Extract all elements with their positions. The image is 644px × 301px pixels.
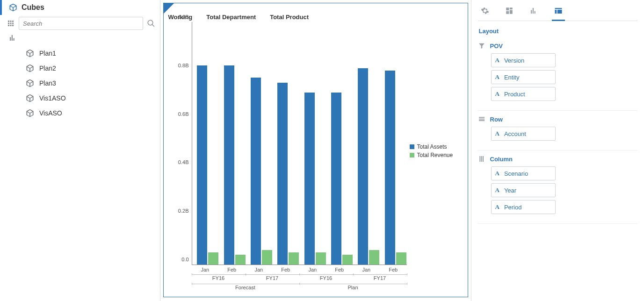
dimension-label: Entity <box>504 74 520 81</box>
bar-revenue <box>262 250 272 265</box>
bar-assets <box>251 78 261 265</box>
cube-item-label: VisASO <box>39 109 62 117</box>
cube-item-label: Plan1 <box>39 50 56 57</box>
dimension-item[interactable]: AScenario <box>491 166 556 180</box>
layout-group-head: Row <box>478 113 638 127</box>
sidebar-search-row <box>0 15 160 34</box>
left-sidebar: Cubes Plan1Plan2Plan3Vis1ASOVisASO <box>0 0 160 301</box>
x-year-tick <box>246 273 246 275</box>
dimension-item[interactable]: AVersion <box>491 53 556 67</box>
dimension-type-icon: A <box>495 90 499 98</box>
cube-item[interactable]: VisASO <box>25 106 160 121</box>
tab-dashboard[interactable] <box>503 4 515 21</box>
dimension-item[interactable]: AYear <box>491 183 556 197</box>
cube-item[interactable]: Vis1ASO <box>25 91 160 106</box>
bar-assets <box>385 71 395 265</box>
tab-settings[interactable] <box>479 4 491 21</box>
x-year-label: FY16 <box>212 275 224 281</box>
plot-area: 0.00.2B0.4B0.6B0.8B1.0B JanFebJanFebJanF… <box>168 22 463 292</box>
x-scenario-bracket <box>192 284 299 284</box>
bar-revenue <box>289 252 299 265</box>
dimension-label: Year <box>504 187 516 194</box>
cube-item-label: Plan3 <box>39 79 56 87</box>
cube-item[interactable]: Plan2 <box>25 61 160 76</box>
x-year-tick <box>192 273 192 275</box>
tab-chart[interactable] <box>528 4 540 21</box>
dimension-item[interactable]: AProduct <box>491 87 556 101</box>
tab-layout[interactable] <box>552 4 565 21</box>
x-year-tick <box>407 273 407 275</box>
cube-item-label: Vis1ASO <box>39 94 66 102</box>
dimension-type-icon: A <box>495 170 499 177</box>
center-panel: Working Total Department Total Product 0… <box>160 0 471 301</box>
layout-group-label: Row <box>490 116 503 123</box>
layout-group-label: Column <box>490 156 513 163</box>
x-year-bracket <box>353 274 407 275</box>
y-tick-label: 1.0B <box>178 14 189 20</box>
cube-item[interactable]: Plan1 <box>25 46 160 61</box>
dimension-label: Product <box>504 91 525 98</box>
layout-group-row: RowAAccount <box>478 113 638 150</box>
y-tick-label: 0.2B <box>178 208 189 214</box>
x-year-label: FY17 <box>266 275 278 281</box>
layout-title: Layout <box>478 21 638 39</box>
legend-label: Total Assets <box>417 143 447 150</box>
search-icon[interactable] <box>147 19 155 28</box>
x-scenario-tick <box>407 283 407 285</box>
cube-small-icon <box>25 93 35 103</box>
dimension-label: Account <box>504 130 526 137</box>
x-month-label: Jan <box>362 267 370 272</box>
bar-assets <box>331 93 341 265</box>
bar-revenue <box>235 255 246 265</box>
bar-revenue <box>396 252 406 265</box>
legend-label: Total Revenue <box>417 152 453 158</box>
legend-swatch-revenue <box>410 153 414 158</box>
frame-corner-indicator <box>164 3 174 14</box>
right-panel-tabs <box>478 2 638 21</box>
dimension-item[interactable]: APeriod <box>491 200 556 214</box>
cube-item[interactable]: Plan3 <box>25 76 160 91</box>
bar-revenue <box>369 250 379 265</box>
dimension-label: Scenario <box>504 170 528 177</box>
chart-mode-icon[interactable] <box>0 34 160 44</box>
row-icon <box>478 115 485 123</box>
sidebar-title: Cubes <box>22 3 44 12</box>
pov-label: Total Product <box>270 14 309 21</box>
bar-assets <box>197 65 207 265</box>
cube-small-icon <box>25 64 35 73</box>
x-year-tick <box>299 273 300 275</box>
dimension-item[interactable]: AAccount <box>491 127 556 141</box>
y-tick-label: 0.6B <box>178 111 189 117</box>
dimension-label: Period <box>504 204 522 211</box>
dimension-type-icon: A <box>495 203 499 211</box>
cube-small-icon <box>25 79 35 88</box>
x-month-label: Feb <box>227 267 236 272</box>
layout-group-pov: POVAVersionAEntityAProduct <box>478 39 638 111</box>
x-month-label: Jan <box>308 267 317 272</box>
layout-group-head: POV <box>478 39 638 53</box>
layout-group-head: Column <box>478 152 638 166</box>
x-year-bracket <box>299 274 353 275</box>
layout-group-label: POV <box>490 43 503 50</box>
legend-swatch-assets <box>410 144 414 149</box>
search-input[interactable] <box>19 17 143 30</box>
bar-revenue <box>316 252 326 265</box>
apps-grid-icon[interactable] <box>7 19 15 28</box>
x-scenario-bracket <box>299 284 407 284</box>
x-month-label: Feb <box>389 267 398 272</box>
x-scenario-label: Forecast <box>235 285 255 290</box>
dimension-item[interactable]: AEntity <box>491 70 556 84</box>
cube-small-icon <box>25 49 35 58</box>
column-icon <box>478 155 485 163</box>
pov-label: Total Department <box>206 14 256 21</box>
dimension-type-icon: A <box>495 186 499 194</box>
cube-item-label: Plan2 <box>39 64 56 72</box>
y-tick-label: 0.0 <box>181 257 188 262</box>
x-year-bracket <box>246 274 299 275</box>
bar-assets <box>224 65 234 265</box>
cube-list: Plan1Plan2Plan3Vis1ASOVisASO <box>0 44 160 121</box>
layout-group-column: ColumnAScenarioAYearAPeriod <box>478 152 638 224</box>
x-year-tick <box>353 273 354 275</box>
x-scenario-tick <box>192 283 192 285</box>
right-panel: Layout POVAVersionAEntityAProductRowAAcc… <box>471 0 644 301</box>
